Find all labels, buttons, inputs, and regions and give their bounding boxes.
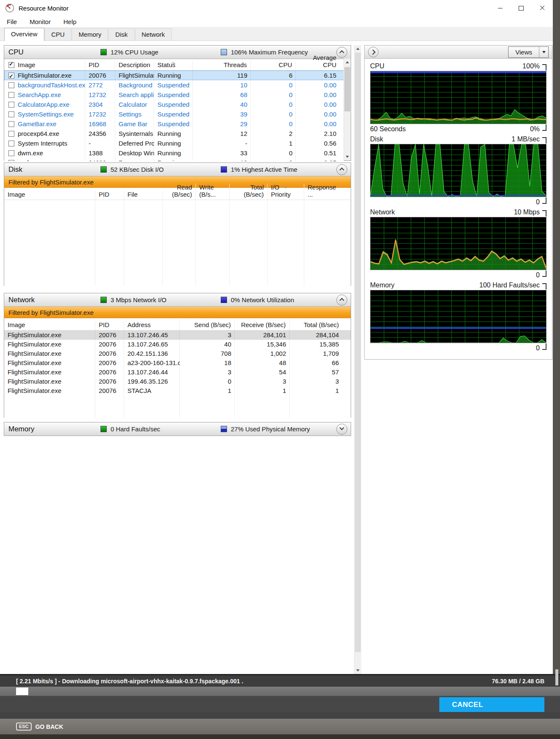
column-average-cpu[interactable]: Average CPU [296, 54, 340, 70]
table-row[interactable]: perfmon.exe24390Resource an...Running190… [4, 158, 344, 161]
cell: 2.10 [296, 129, 340, 138]
column-description[interactable]: Description [115, 61, 154, 70]
tab-overview[interactable]: Overview [4, 28, 44, 41]
row-checkbox[interactable] [8, 160, 14, 161]
disk-collapse-button[interactable] [336, 164, 347, 175]
disk-section-header[interactable]: Disk 52 KB/sec Disk I/O 1% Highest Activ… [4, 163, 351, 176]
table-row[interactable]: SystemSettings.exe17232SettingsSuspended… [4, 109, 344, 119]
table-row[interactable]: FlightSimulator.exe20076a23-200-160-131.… [4, 358, 351, 368]
table-row[interactable]: GameBar.exe16968Game BarSuspended2900.00 [4, 119, 344, 129]
column-pid[interactable]: PID [95, 321, 124, 330]
network-section-header[interactable]: Network 3 Mbps Network I/O 0% Network Ut… [4, 293, 351, 307]
column-cpu[interactable]: CPU [251, 61, 296, 70]
scrollbar-thumb[interactable] [344, 67, 350, 111]
table-row[interactable]: FlightSimulator.exe20076FlightSimulat...… [4, 70, 344, 80]
scrollbar-thumb[interactable] [355, 53, 361, 652]
table-row[interactable]: System Interrupts-Deferred Pro...Running… [4, 138, 344, 148]
cell: 0.00 [296, 80, 340, 90]
row-checkbox[interactable] [8, 131, 14, 137]
cpu-table-body: FlightSimulator.exe20076FlightSimulat...… [4, 70, 344, 161]
close-icon [540, 5, 545, 11]
tab-memory[interactable]: Memory [72, 28, 108, 41]
row-checkbox[interactable] [8, 102, 14, 108]
row-checkbox[interactable] [8, 82, 14, 88]
expand-panel-button[interactable] [368, 47, 379, 57]
table-row[interactable]: SearchApp.exe12732Search applic...Suspen… [4, 90, 344, 100]
cpu-table-scrollbar[interactable] [344, 59, 351, 160]
main-scrollbar[interactable] [354, 45, 361, 674]
scroll-up-button[interactable] [344, 59, 351, 66]
game-scrollbar-thumb[interactable] [555, 669, 558, 685]
row-checkbox[interactable] [8, 73, 14, 79]
memory-used-icon [221, 426, 227, 432]
row-checkbox[interactable] [8, 150, 14, 156]
column-pid[interactable]: PID [95, 191, 124, 200]
column-threads[interactable]: Threads [193, 61, 251, 70]
table-row[interactable]: dwm.exe1388Desktop Win...Running3300.51 [4, 148, 344, 158]
scroll-up-button[interactable] [354, 45, 361, 52]
cell: 15,385 [289, 340, 342, 349]
disk-io-icon [100, 166, 107, 173]
cell: 12732 [85, 90, 115, 100]
table-row[interactable]: FlightSimulator.exe20076199.46.35.126033 [4, 377, 351, 386]
maximize-button[interactable] [511, 0, 532, 16]
cpu-graph-scale-top: 100% [522, 62, 540, 70]
cell: - [85, 138, 115, 148]
table-row[interactable]: FlightSimulator.exe20076STACJA111 [4, 386, 351, 395]
table-row[interactable]: FlightSimulator.exe2007613.107.246.65401… [4, 340, 351, 349]
menu-monitor[interactable]: Monitor [30, 18, 51, 25]
column-total[interactable]: Total (B/sec) [230, 184, 268, 200]
cell: 13.107.246.44 [124, 368, 180, 377]
go-back-bar[interactable]: ESC GO BACK [0, 719, 560, 734]
column-response[interactable]: Response ... [304, 184, 342, 200]
table-row[interactable]: FlightSimulator.exe2007620.42.151.136708… [4, 349, 351, 358]
column-address[interactable]: Address [124, 321, 180, 330]
cell: 20076 [95, 330, 124, 340]
table-row[interactable]: FlightSimulator.exe2007613.107.246.45328… [4, 330, 351, 340]
views-dropdown[interactable]: Views [508, 46, 549, 58]
sort-descending-icon [284, 184, 288, 189]
download-progress-fill [16, 688, 28, 695]
table-row[interactable]: CalculatorApp.exe2304CalculatorSuspended… [4, 100, 344, 109]
dropdown-arrow[interactable] [539, 47, 548, 57]
scale-bracket [542, 271, 546, 277]
disk-section: Disk 52 KB/sec Disk I/O 1% Highest Activ… [4, 162, 351, 286]
tab-disk[interactable]: Disk [108, 28, 134, 41]
cell: 0.00 [296, 90, 340, 100]
column-status[interactable]: Status [154, 61, 193, 70]
column-send[interactable]: Send (B/sec) [180, 321, 235, 330]
tab-network[interactable]: Network [135, 28, 172, 41]
table-row[interactable]: procexp64.exe24356Sysinternals ...Runnin… [4, 129, 344, 138]
scroll-down-button[interactable] [354, 667, 361, 674]
cell: 1388 [85, 148, 115, 158]
network-collapse-button[interactable] [336, 295, 347, 306]
memory-section-header[interactable]: Memory 0 Hard Faults/sec 27% Used Physic… [4, 422, 351, 436]
row-checkbox[interactable] [8, 121, 14, 127]
column-image[interactable]: Image [4, 191, 95, 200]
scroll-down-button[interactable] [344, 153, 351, 160]
close-button[interactable] [532, 0, 553, 16]
tab-cpu[interactable]: CPU [45, 28, 72, 41]
row-checkbox[interactable] [8, 141, 14, 146]
memory-expand-button[interactable] [336, 424, 347, 435]
table-row[interactable]: FlightSimulator.exe2007613.107.246.44354… [4, 368, 351, 377]
cancel-button[interactable]: CANCEL [439, 697, 544, 712]
cpu-table-header: Image PID Description Status Threads CPU… [4, 59, 344, 70]
column-file[interactable]: File [124, 191, 163, 200]
column-write[interactable]: Write (B/s... [196, 184, 230, 200]
column-receive[interactable]: Receive (B/sec) [235, 321, 289, 330]
column-image[interactable]: Image [4, 321, 95, 330]
row-checkbox[interactable] [8, 111, 14, 117]
menu-file[interactable]: File [7, 18, 17, 25]
disk-section-title: Disk [8, 165, 100, 174]
column-io-priority[interactable]: I/O Priority [268, 184, 304, 200]
column-read[interactable]: Read (B/sec) [163, 184, 196, 200]
minimize-button[interactable] [490, 0, 511, 16]
graphs-panel: Views CPU 100% 60 Seconds 0% [364, 45, 552, 360]
table-row[interactable]: backgroundTaskHost.exe2772Background ...… [4, 80, 344, 90]
row-checkbox[interactable] [8, 92, 14, 98]
column-pid[interactable]: PID [85, 61, 115, 70]
select-all-checkbox[interactable] [8, 62, 14, 68]
column-total[interactable]: Total (B/sec) [289, 321, 342, 330]
menu-help[interactable]: Help [63, 18, 76, 25]
